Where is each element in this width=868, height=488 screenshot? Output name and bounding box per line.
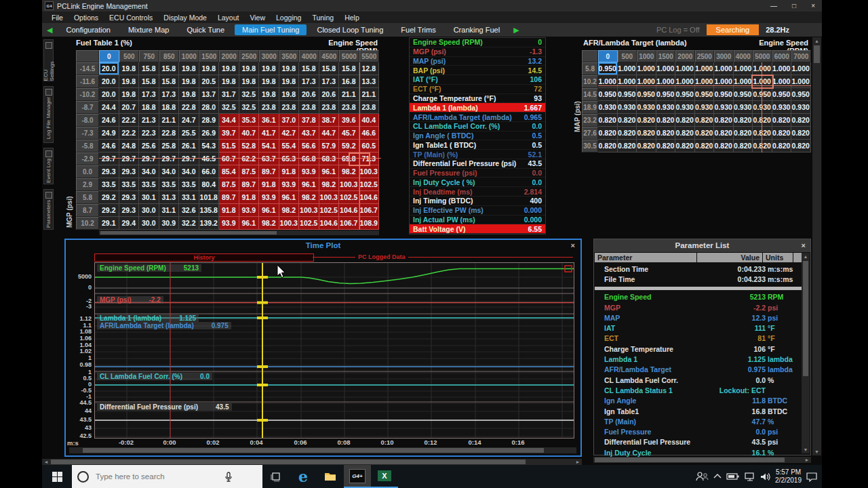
tab-quick-tune[interactable]: Quick Tune <box>179 24 232 35</box>
fuel-cell[interactable]: 29.3 <box>119 204 140 217</box>
fuel-cell[interactable]: 23.8 <box>299 101 319 114</box>
afr-cell[interactable]: 0.820 <box>753 114 772 127</box>
trace-label-differential-fuel-pressure-psi[interactable]: Differential Fuel Pressure (psi)43.5 <box>97 403 232 411</box>
fuel-cell[interactable]: 18.8 <box>139 101 159 114</box>
parameter-list-close-icon[interactable]: × <box>802 239 806 252</box>
afr-cell[interactable]: 1.000 <box>675 62 695 75</box>
fuel-cell[interactable]: 104.6 <box>339 204 359 217</box>
fuel-cell[interactable]: 33.5 <box>99 178 119 191</box>
chevron-up-icon[interactable] <box>713 473 722 480</box>
fuel-row-header[interactable]: -7.3 <box>76 127 99 140</box>
afr-cell[interactable]: 1.000 <box>637 75 656 88</box>
afr-cell[interactable]: 0.820 <box>675 114 695 127</box>
param-row-section-time[interactable]: Section Time0:04.233m:s:ms <box>595 264 802 274</box>
side-tab-ecu-settings[interactable]: ECU Settings <box>43 39 54 81</box>
afr-cell[interactable]: 0.820 <box>714 114 734 127</box>
fuel-cell[interactable]: 89.7 <box>239 178 260 191</box>
fuel-cell[interactable]: 108.9 <box>359 217 380 230</box>
tab-main-fuel-tuning[interactable]: Main Fuel Tuning <box>235 24 307 35</box>
runtime-row-ign-angle-btdc[interactable]: Ign Angle ( BTDC)0.5 <box>410 131 545 141</box>
afr-cell[interactable]: 0.820 <box>675 127 695 140</box>
param-row-fuel-pressure[interactable]: Fuel Pressure0.0psi <box>595 426 802 436</box>
afr-cell[interactable]: 0.820 <box>734 127 753 140</box>
fuel-cell[interactable]: 17.3 <box>159 88 180 101</box>
afr-cell[interactable]: 0.820 <box>695 127 715 140</box>
afr-col-header[interactable]: 0 <box>598 50 618 62</box>
action-center-icon[interactable] <box>806 472 818 482</box>
afr-cell[interactable]: 0.950 <box>714 88 734 101</box>
fuel-cell[interactable]: 24.8 <box>119 140 140 152</box>
app-vscrollbar[interactable]: ▲ ▼ <box>812 37 821 455</box>
fuel-cell[interactable]: 30.1 <box>139 191 159 204</box>
fuel-cell[interactable]: 102.5 <box>339 191 359 204</box>
fuel-cell[interactable]: 106.7 <box>339 217 359 230</box>
fuel-cell[interactable]: 29.2 <box>99 204 119 217</box>
runtime-row-mgp-psi[interactable]: MGP (psi)-1.3 <box>410 47 545 57</box>
fuel-cell[interactable]: 36.1 <box>259 114 279 127</box>
afr-cell[interactable]: 1.000 <box>714 62 734 75</box>
fuel-cell[interactable]: 91.8 <box>239 191 260 204</box>
afr-row-header[interactable]: 18.9 <box>582 101 598 114</box>
fuel-cell[interactable]: 24.4 <box>99 101 119 114</box>
people-icon[interactable] <box>695 471 709 482</box>
afr-col-header[interactable]: 6000 <box>772 50 792 62</box>
afr-cell[interactable]: 1.000 <box>637 62 656 75</box>
fuel-cell[interactable]: 42.7 <box>279 127 300 140</box>
afr-cell[interactable]: 0.950 <box>637 88 656 101</box>
fuel-cell[interactable]: 23.8 <box>359 101 380 114</box>
fuel-cell[interactable]: 19.8 <box>239 75 260 88</box>
afr-cell[interactable]: 0.950 <box>734 88 753 101</box>
fuel-cell[interactable]: 93.9 <box>259 191 279 204</box>
fuel-cell[interactable]: 21.1 <box>359 88 380 101</box>
trace-label-mgp-psi[interactable]: MGP (psi)-2.2 <box>97 296 163 304</box>
afr-row-header[interactable]: 30.5 <box>582 140 598 152</box>
afr-cell[interactable]: 1.000 <box>714 75 734 88</box>
param-vscrollbar[interactable]: ▲ ▼ <box>802 253 810 453</box>
fuel-cell[interactable]: 25.6 <box>139 140 159 152</box>
fuel-cell[interactable]: 19.8 <box>279 75 300 88</box>
fuel-row-header[interactable]: 2.9 <box>76 178 99 191</box>
fuel-cell[interactable]: 63.7 <box>259 152 279 165</box>
afr-cell[interactable]: 0.950 <box>695 88 715 101</box>
fuel-cell[interactable]: 39.6 <box>339 114 359 127</box>
param-hscrollbar[interactable]: ► <box>593 457 811 463</box>
afr-col-header[interactable]: 2000 <box>675 50 695 62</box>
history-label[interactable]: History <box>94 253 314 262</box>
fuel-cell[interactable]: 20.6 <box>319 88 340 101</box>
fuel-cell[interactable]: 96.1 <box>299 178 319 191</box>
runtime-row-charge-temperature-f[interactable]: Charge Temperature (°F)93 <box>410 94 545 104</box>
fuel-cell[interactable]: 23.8 <box>339 101 359 114</box>
fuel-cell[interactable]: 98.2 <box>319 178 340 191</box>
fuel-cell[interactable]: 34.0 <box>159 165 180 178</box>
tab-mixture-map[interactable]: Mixture Map <box>121 24 177 35</box>
fuel-cell[interactable]: 34.0 <box>139 165 159 178</box>
fuel-cell[interactable]: 19.8 <box>219 62 239 75</box>
afr-cell[interactable]: 0.820 <box>598 127 618 140</box>
afr-row-header[interactable]: 10.2 <box>582 75 598 88</box>
runtime-row-afr-lambda-target-lambda[interactable]: AFR/Lambda Target (lambda)0.965 <box>410 113 545 122</box>
fuel-cell[interactable]: 33.5 <box>119 178 140 191</box>
fuel-cell[interactable]: 32.5 <box>239 88 260 101</box>
fuel-cell[interactable]: 98.2 <box>339 165 359 178</box>
network-icon[interactable] <box>744 472 756 481</box>
fuel-cell[interactable]: 89.7 <box>259 165 279 178</box>
afr-cell[interactable]: 0.820 <box>675 140 695 152</box>
runtime-row-inj-effective-pw-ms[interactable]: Inj Effective PW (ms)0.000 <box>410 206 545 216</box>
fuel-cell[interactable]: 29.2 <box>99 191 119 204</box>
fuel-row-header[interactable]: 10.2 <box>76 217 99 230</box>
fuel-cell[interactable]: 33.5 <box>139 178 159 191</box>
fuel-cell[interactable]: 31.1 <box>159 204 180 217</box>
fuel-cell[interactable]: 22.8 <box>159 127 180 140</box>
fuel-cell[interactable]: 96.1 <box>239 217 260 230</box>
afr-row-header[interactable]: 5.8 <box>582 62 598 75</box>
microphone-icon[interactable] <box>224 472 233 482</box>
fuel-cell[interactable]: 29.7 <box>179 152 199 165</box>
fuel-cell[interactable]: 80.4 <box>199 178 220 191</box>
fuel-cell[interactable]: 139.2 <box>199 217 220 230</box>
fuel-cell[interactable]: 31.7 <box>219 88 239 101</box>
param-row-ign-angle[interactable]: Ign Angle11.8BTDC <box>595 396 802 406</box>
menu-item-options[interactable]: Options <box>68 14 104 22</box>
fuel-cell[interactable]: 89.7 <box>219 191 239 204</box>
fuel-cell[interactable]: 19.8 <box>279 62 300 75</box>
fuel-cell[interactable]: 21.1 <box>159 114 180 127</box>
